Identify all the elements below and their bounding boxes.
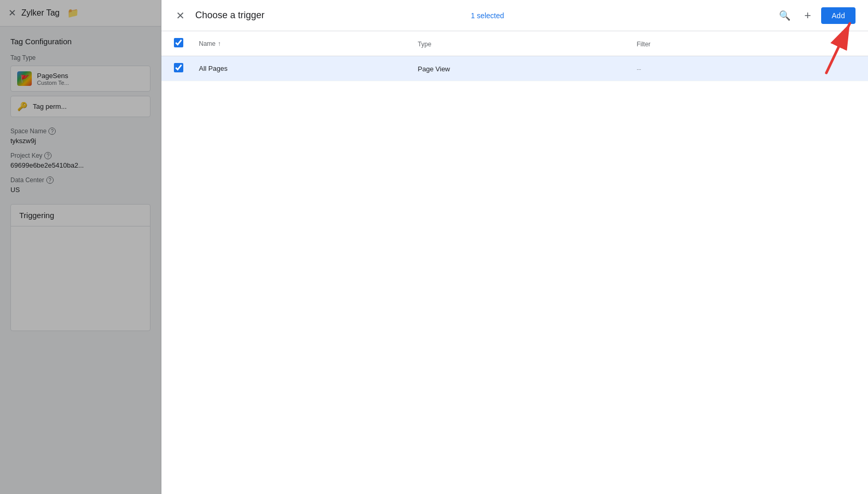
- add-new-trigger-button[interactable]: +: [798, 6, 817, 25]
- modal-header: ✕ Choose a trigger 1 selected 🔍 + Add: [161, 0, 868, 31]
- choose-trigger-modal: ✕ Choose a trigger 1 selected 🔍 + Add Na…: [161, 0, 868, 494]
- col-header-name: Name: [199, 40, 216, 47]
- row-checkbox-col: [174, 63, 199, 74]
- row-checkbox[interactable]: [174, 63, 183, 72]
- header-checkbox-col: [174, 38, 199, 49]
- header-name-col[interactable]: Name ↑: [199, 40, 418, 47]
- search-icon: 🔍: [779, 10, 790, 21]
- sort-icon: ↑: [218, 40, 221, 47]
- select-all-checkbox[interactable]: [174, 38, 183, 47]
- table-header-row: Name ↑ Type Filter: [161, 31, 868, 56]
- row-name-col: All Pages: [199, 65, 418, 72]
- modal-selected-badge: 1 selected: [471, 11, 504, 20]
- header-type-col: Type: [418, 40, 636, 48]
- row-filter: --: [637, 65, 641, 73]
- row-type-col: Page View: [418, 65, 636, 73]
- modal-actions: 🔍 + Add: [775, 6, 856, 25]
- col-header-type: Type: [418, 41, 431, 48]
- plus-icon: +: [804, 9, 811, 22]
- row-filter-col: --: [637, 65, 856, 73]
- row-name: All Pages: [199, 65, 228, 72]
- add-button[interactable]: Add: [821, 7, 856, 24]
- header-filter-col: Filter: [637, 40, 856, 48]
- col-header-filter: Filter: [637, 41, 651, 48]
- table-row[interactable]: All Pages Page View --: [161, 56, 868, 81]
- modal-title: Choose a trigger: [195, 10, 467, 21]
- modal-close-button[interactable]: ✕: [174, 7, 187, 24]
- row-type: Page View: [418, 65, 450, 73]
- trigger-table: Name ↑ Type Filter All Pages Page View -…: [161, 31, 868, 494]
- search-button[interactable]: 🔍: [775, 6, 794, 25]
